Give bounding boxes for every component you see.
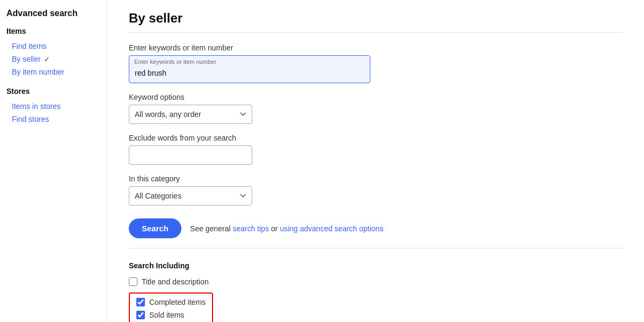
category-select[interactable]: All Categories Antiques Art Baby Books <box>129 186 252 206</box>
category-section: In this category All Categories Antiques… <box>129 174 623 206</box>
exclude-input[interactable] <box>129 145 252 165</box>
sidebar-item-items-in-stores[interactable]: Items in stores <box>6 100 100 113</box>
sidebar-section-stores: Stores <box>6 87 100 96</box>
keyword-input[interactable] <box>129 55 370 83</box>
keyword-options-select[interactable]: All words, any order Any words Exact phr… <box>129 105 252 124</box>
search-row: Search See general search tips or using … <box>129 218 623 248</box>
sidebar-item-find-items[interactable]: Find items <box>6 40 100 53</box>
checkbox-title-desc-row: Title and description <box>129 277 623 286</box>
advanced-options-link[interactable]: using advanced search options <box>280 224 383 233</box>
exclude-section: Exclude words from your search <box>129 134 623 165</box>
checkbox-completed-items[interactable] <box>136 298 145 306</box>
search-tips-or: or <box>269 224 280 233</box>
checkbox-sold-items[interactable] <box>136 311 145 319</box>
keyword-options-label: Keyword options <box>129 93 623 101</box>
sidebar-item-by-item-number[interactable]: By item number <box>6 65 100 78</box>
search-tips-link[interactable]: search tips <box>232 224 269 233</box>
checkbox-sold-items-row: Sold items <box>136 311 206 319</box>
keyword-input-wrapper: Enter keywords or item number <box>129 55 370 83</box>
checkbox-title-desc-label: Title and description <box>142 277 209 286</box>
search-button[interactable]: Search <box>129 218 181 238</box>
search-tips-text: See general search tips or using advance… <box>190 224 383 233</box>
checkbox-title-desc[interactable] <box>129 277 137 286</box>
category-label: In this category <box>129 174 623 183</box>
sidebar-title: Advanced search <box>6 9 100 18</box>
active-checkmark: ✓ <box>44 55 50 63</box>
main-content: By seller Enter keywords or item number … <box>107 0 644 322</box>
search-including-section: Search Including Title and description C… <box>129 261 623 322</box>
sidebar-item-by-seller[interactable]: By seller ✓ <box>6 53 100 65</box>
sidebar-item-find-stores[interactable]: Find stores <box>6 113 100 126</box>
sidebar-section-items: Items <box>6 27 100 35</box>
highlighted-checkboxes-box: Completed items Sold items <box>129 292 213 322</box>
keyword-label: Enter keywords or item number <box>129 43 623 52</box>
checkbox-completed-items-row: Completed items <box>136 298 206 306</box>
search-including-title: Search Including <box>129 261 623 270</box>
checkbox-sold-items-label: Sold items <box>149 311 184 319</box>
keyword-section: Enter keywords or item number Enter keyw… <box>129 43 623 83</box>
search-tips-prefix: See general <box>190 224 232 233</box>
page-title: By seller <box>129 11 623 33</box>
checkbox-completed-items-label: Completed items <box>149 298 206 306</box>
keyword-options-section: Keyword options All words, any order Any… <box>129 93 623 124</box>
exclude-label: Exclude words from your search <box>129 134 623 142</box>
sidebar: Advanced search Items Find items By sell… <box>0 0 107 322</box>
